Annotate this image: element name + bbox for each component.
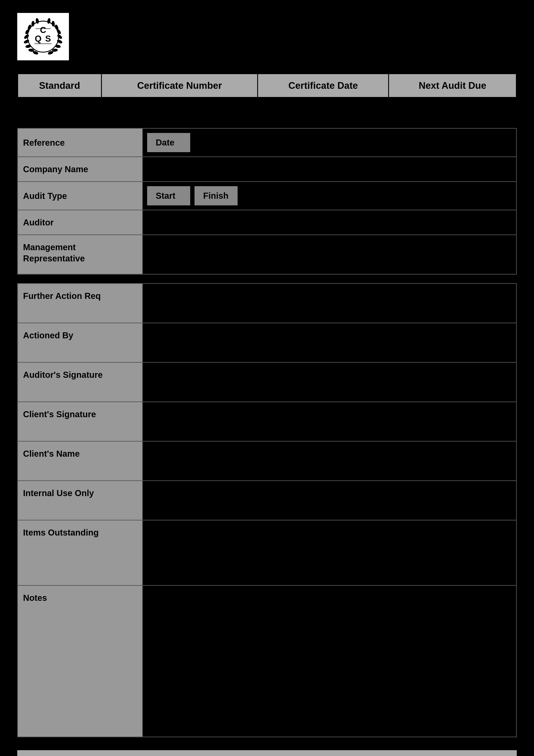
logo-svg: C Q S (23, 16, 64, 57)
form-row-clients-signature: Client's Signature (17, 402, 517, 442)
form-row-reference: Reference Date (17, 128, 517, 157)
form-row-further-action-req: Further Action Req (17, 283, 517, 323)
form-group-gap (17, 275, 517, 283)
header-certificate-date: Certificate Date (258, 74, 389, 97)
spacer (17, 737, 517, 750)
label-items-outstanding: Items Outstanding (18, 521, 143, 585)
form-row-actioned-by: Actioned By (17, 323, 517, 363)
value-notes[interactable] (143, 586, 516, 737)
label-clients-name: Client's Name (18, 442, 143, 480)
header-certificate-number: Certificate Number (101, 74, 258, 97)
label-further-action-req: Further Action Req (18, 284, 143, 323)
value-further-action-req[interactable] (143, 284, 516, 323)
svg-point-16 (52, 49, 58, 52)
value-reference[interactable]: Date (143, 129, 516, 156)
label-reference: Reference (18, 129, 143, 156)
start-box: Start (147, 186, 190, 205)
label-management-representative: Management Representative (18, 235, 143, 274)
svg-text:Q: Q (35, 34, 41, 43)
svg-point-7 (29, 49, 34, 52)
svg-point-9 (57, 34, 63, 40)
value-internal-use-only[interactable] (143, 481, 516, 520)
value-clients-name[interactable] (143, 442, 516, 480)
form-group-2: Further Action Req Actioned By Auditor's… (17, 283, 517, 737)
logo-box: C Q S (17, 13, 69, 60)
label-actioned-by: Actioned By (18, 323, 143, 362)
label-auditors-signature: Auditor's Signature (18, 363, 143, 401)
form-group-1: Reference Date Company Name Audit Type (17, 128, 517, 275)
logo-emblem: C Q S (23, 16, 64, 57)
page: C Q S Standard Certificate Number Certif… (0, 0, 534, 756)
form-row-notes: Notes (17, 586, 517, 737)
label-auditor: Auditor (18, 210, 143, 234)
label-notes: Notes (18, 586, 143, 737)
value-company-name[interactable] (143, 157, 516, 181)
date-box: Date (147, 133, 190, 152)
label-company-name: Company Name (18, 157, 143, 181)
value-actioned-by[interactable] (143, 323, 516, 362)
svg-text:S: S (45, 34, 51, 43)
form-row-company-name: Company Name (17, 157, 517, 182)
form-row-audit-type: Audit Type Start Finish (17, 182, 517, 210)
header-table: Standard Certificate Number Certificate … (17, 73, 517, 115)
value-auditor[interactable] (143, 210, 516, 234)
value-items-outstanding[interactable] (143, 521, 516, 585)
form-row-items-outstanding: Items Outstanding (17, 521, 517, 586)
logo-area: C Q S (17, 13, 517, 60)
form-row-clients-name: Client's Name (17, 442, 517, 481)
footer: CQS (Certified Quality Systems) Ltd Brit… (17, 750, 517, 756)
form-row-internal-use-only: Internal Use Only (17, 481, 517, 521)
header-next-audit-due: Next Audit Due (389, 74, 516, 97)
form-row-auditor: Auditor (17, 210, 517, 235)
value-clients-signature[interactable] (143, 402, 516, 441)
form-row-management-representative: Management Representative (17, 235, 517, 275)
value-auditors-signature[interactable] (143, 363, 516, 401)
header-standard: Standard (18, 74, 101, 97)
svg-point-0 (24, 34, 29, 40)
form-row-auditors-signature: Auditor's Signature (17, 363, 517, 402)
label-internal-use-only: Internal Use Only (18, 481, 143, 520)
label-audit-type: Audit Type (18, 182, 143, 210)
value-management-representative[interactable] (143, 235, 516, 274)
label-clients-signature: Client's Signature (18, 402, 143, 441)
svg-text:C: C (40, 25, 46, 35)
value-audit-type[interactable]: Start Finish (143, 182, 516, 210)
finish-box: Finish (194, 186, 238, 205)
